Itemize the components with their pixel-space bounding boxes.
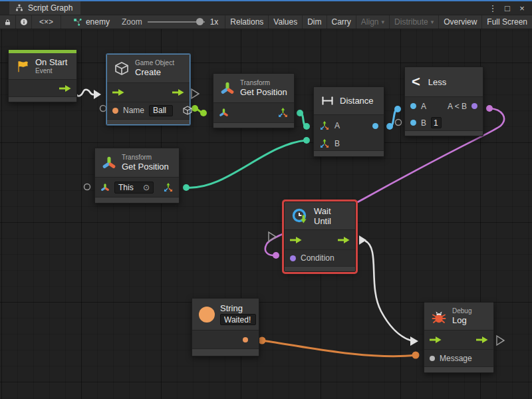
message-input-port[interactable] xyxy=(430,356,435,361)
transform-input-port[interactable] xyxy=(100,183,110,192)
string-output-port[interactable] xyxy=(243,337,248,342)
node-subtitle: Game Object xyxy=(135,59,174,67)
wait-clock-icon xyxy=(291,207,309,225)
port-row: B xyxy=(314,136,384,151)
b-input-port[interactable] xyxy=(410,120,416,126)
transform-input-port[interactable] xyxy=(219,108,229,118)
port-row xyxy=(107,83,190,102)
node-title: Create xyxy=(135,67,174,78)
maximize-icon[interactable]: □ xyxy=(501,3,513,13)
vector3-output-port[interactable] xyxy=(277,107,289,118)
tab-script-graph[interactable]: Script Graph xyxy=(9,1,80,15)
dim-button[interactable]: Dim xyxy=(302,15,326,29)
graph-canvas[interactable]: On Start Event Game Object Create xyxy=(0,29,532,399)
node-distance[interactable]: Distance A B xyxy=(313,86,384,157)
vector3-input-port[interactable] xyxy=(319,120,330,131)
graph-icon xyxy=(72,17,82,27)
port-row: Name xyxy=(107,102,190,120)
zoom-label: Zoom xyxy=(122,17,142,27)
values-button[interactable]: Values xyxy=(268,15,302,29)
relations-button[interactable]: Relations xyxy=(225,15,268,29)
node-subtitle: Transform xyxy=(122,154,169,162)
port-row: B xyxy=(405,115,483,131)
node-get-position-bottom[interactable]: Transform Get Position This ⊙ xyxy=(94,148,180,203)
align-button: Align▾ xyxy=(356,15,389,29)
carry-button[interactable]: Carry xyxy=(327,15,356,29)
port-row xyxy=(424,331,493,350)
tab-bar: Script Graph ⋮ □ × xyxy=(0,1,532,15)
unconnected-port-circle xyxy=(396,120,402,126)
string-icon xyxy=(199,307,215,323)
unconnected-port-circle xyxy=(100,106,106,112)
name-port[interactable] xyxy=(112,108,118,114)
node-title: Wait Until xyxy=(314,206,348,226)
port-label: Name xyxy=(123,106,144,115)
node-subtitle: Debug xyxy=(452,307,471,315)
distance-icon xyxy=(321,94,334,108)
code-icon: <×> xyxy=(39,17,53,27)
node-header: Distance xyxy=(314,87,384,115)
port-label: Message xyxy=(440,354,472,363)
condition-input-port[interactable] xyxy=(290,255,296,261)
node-title: Get Position xyxy=(240,87,287,98)
cube-icon xyxy=(114,61,130,76)
flow-input-arrow-icon[interactable] xyxy=(112,89,124,96)
object-picker-icon[interactable]: ⊙ xyxy=(143,183,150,192)
code-preview-button[interactable]: <×> xyxy=(32,15,61,29)
flow-input-arrow-icon[interactable] xyxy=(290,237,302,243)
string-value-input[interactable] xyxy=(220,314,256,325)
node-string[interactable]: String xyxy=(192,298,259,356)
target-object-field[interactable]: This ⊙ xyxy=(114,182,154,194)
name-input[interactable] xyxy=(149,105,173,116)
flow-output-arrow-icon[interactable] xyxy=(476,336,488,343)
flag-icon xyxy=(15,59,30,74)
wire-create-to-getposition xyxy=(192,105,207,116)
vector3-output-port[interactable] xyxy=(163,182,174,193)
port-row xyxy=(285,230,355,250)
node-footer xyxy=(95,198,179,203)
fullscreen-button[interactable]: Full Screen xyxy=(481,15,532,29)
flow-input-arrow-icon[interactable] xyxy=(430,336,442,343)
graph-breadcrumb[interactable]: enemy xyxy=(67,15,115,29)
zoom-slider-handle[interactable] xyxy=(196,18,203,25)
vector3-input-port[interactable] xyxy=(319,138,330,149)
b-value-input[interactable] xyxy=(431,117,442,128)
info-icon xyxy=(19,17,29,27)
node-less[interactable]: < Less A A < B B xyxy=(404,66,483,136)
overview-button[interactable]: Overview xyxy=(438,15,481,29)
script-graph-icon xyxy=(15,3,24,13)
node-header: Transform Get Position xyxy=(95,148,179,178)
zoom-slider[interactable] xyxy=(148,18,205,26)
chevron-down-icon: ▾ xyxy=(382,19,385,25)
node-create-game-object[interactable]: Game Object Create Name xyxy=(106,54,190,125)
result-output-port[interactable] xyxy=(471,103,477,109)
node-footer xyxy=(192,349,259,356)
unconnected-flow-triangle xyxy=(269,232,276,241)
wire-string-to-debuglog xyxy=(259,337,420,359)
zoom-value: 1x xyxy=(210,17,219,27)
node-footer xyxy=(107,120,190,124)
wire-waituntil-to-debuglog xyxy=(359,235,418,346)
flow-output-arrow-icon[interactable] xyxy=(338,237,350,243)
result-label: A < B xyxy=(448,102,467,111)
close-icon[interactable]: × xyxy=(516,3,528,13)
flow-output-arrow-icon[interactable] xyxy=(59,85,71,92)
node-wait-until[interactable]: Wait Until Condition xyxy=(284,201,356,272)
node-get-position-top[interactable]: Transform Get Position xyxy=(213,73,295,128)
port-label: B xyxy=(421,118,426,128)
node-title: Get Position xyxy=(122,162,169,172)
distance-output-port[interactable] xyxy=(372,123,378,129)
a-input-port[interactable] xyxy=(410,103,416,109)
node-header: < Less xyxy=(405,67,483,97)
node-footer xyxy=(285,267,355,271)
more-icon[interactable]: ⋮ xyxy=(487,3,499,13)
port-label: B xyxy=(334,139,340,148)
lock-button[interactable] xyxy=(0,15,16,29)
game-object-output-port[interactable] xyxy=(182,105,193,116)
node-header: Transform Get Position xyxy=(213,74,294,103)
flow-output-arrow-icon[interactable] xyxy=(172,89,184,96)
node-on-start[interactable]: On Start Event xyxy=(8,49,77,102)
inspect-button[interactable] xyxy=(16,15,32,29)
node-debug-log[interactable]: Debug Log Message xyxy=(424,302,494,373)
node-header: Wait Until xyxy=(285,202,355,230)
